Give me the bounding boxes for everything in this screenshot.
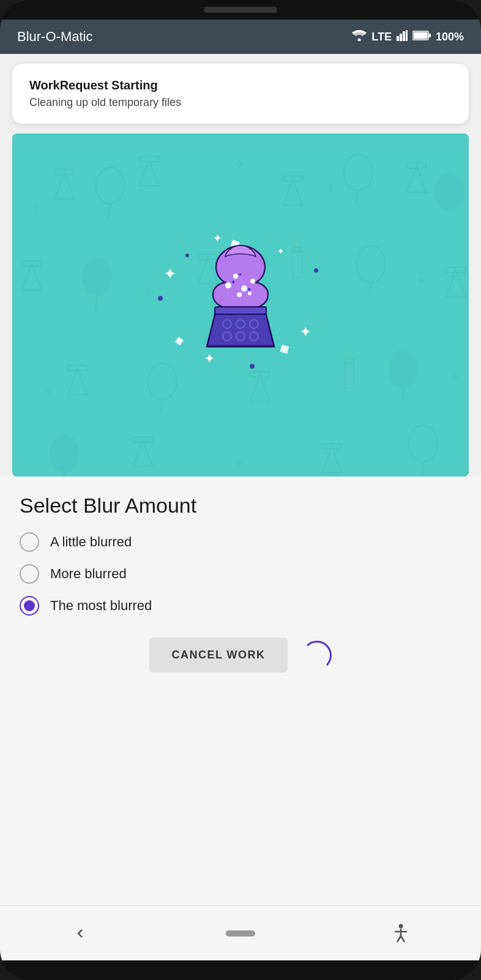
cupcake-image: ✦ ✦ ✦: [185, 239, 296, 371]
cupcake-background: ✦ ✦ ✦: [12, 134, 469, 477]
radio-label-1: A little blurred: [50, 534, 132, 550]
notch-pill: [204, 7, 277, 13]
svg-point-16: [435, 174, 464, 211]
svg-text:✦: ✦: [326, 182, 335, 195]
radio-option-little-blurred[interactable]: A little blurred: [20, 532, 461, 552]
signal-icon: [397, 30, 408, 44]
app-content: WorkRequest Starting Cleaning up old tem…: [0, 54, 481, 905]
accessibility-button[interactable]: [382, 915, 419, 952]
svg-point-45: [50, 435, 79, 472]
radio-inner-3: [24, 600, 35, 611]
svg-point-54: [237, 292, 242, 297]
phone-notch-area: [0, 0, 481, 20]
notification-title: WorkRequest Starting: [29, 78, 452, 92]
radio-label-2: More blurred: [50, 566, 127, 582]
svg-point-51: [233, 274, 238, 279]
svg-rect-4: [406, 30, 408, 41]
radio-label-3: The most blurred: [50, 598, 152, 614]
svg-line-37: [402, 386, 403, 401]
radio-circle-1: [20, 532, 39, 552]
bottom-actions: CANCEL WORK: [20, 628, 461, 685]
battery-icon: [412, 31, 431, 43]
svg-line-26: [370, 282, 371, 296]
svg-point-36: [389, 350, 418, 387]
svg-rect-38: [345, 362, 354, 388]
svg-point-25: [357, 246, 386, 282]
image-container: ✦ ✦ ✦: [12, 134, 469, 477]
svg-point-47: [409, 425, 438, 462]
svg-text:✦: ✦: [45, 384, 54, 397]
svg-line-46: [63, 472, 64, 477]
svg-text:✦: ✦: [449, 370, 460, 385]
svg-line-13: [109, 204, 110, 218]
svg-point-67: [399, 924, 403, 928]
svg-rect-59: [215, 307, 266, 314]
svg-rect-1: [397, 36, 399, 41]
notification-subtitle: Cleaning up old temporary files: [29, 96, 452, 109]
options-section: Select Blur Amount A little blurred More…: [0, 477, 481, 905]
svg-line-71: [401, 936, 405, 942]
svg-line-48: [422, 462, 423, 476]
svg-point-0: [358, 38, 361, 41]
svg-point-12: [95, 167, 124, 204]
svg-text:✦: ✦: [238, 272, 242, 277]
home-button[interactable]: [222, 915, 259, 952]
svg-text:✦: ✦: [417, 274, 425, 286]
lte-label: LTE: [371, 31, 392, 43]
svg-rect-6: [428, 34, 431, 37]
status-icons: LTE 100%: [352, 30, 464, 44]
status-bar: Blur-O-Matic LTE: [0, 20, 481, 54]
phone-frame: Blur-O-Matic LTE: [0, 0, 481, 980]
radio-circle-3: [20, 596, 39, 616]
svg-rect-7: [413, 32, 427, 39]
section-title: Select Blur Amount: [20, 494, 461, 518]
svg-text:✦: ✦: [32, 202, 42, 214]
svg-line-70: [397, 936, 401, 942]
app-title: Blur-O-Matic: [17, 29, 92, 45]
wifi-icon: [352, 30, 367, 44]
notification-card: WorkRequest Starting Cleaning up old tem…: [12, 64, 469, 124]
radio-option-most-blurred[interactable]: The most blurred: [20, 596, 461, 616]
phone-bottom: [0, 960, 481, 980]
back-button[interactable]: [62, 915, 99, 952]
svg-line-24: [95, 295, 97, 309]
loading-spinner: [302, 641, 332, 670]
svg-text:✦: ✦: [247, 286, 252, 293]
svg-text:✦: ✦: [234, 157, 245, 173]
svg-point-53: [250, 279, 255, 284]
svg-point-14: [343, 154, 372, 191]
battery-percent: 100%: [436, 31, 464, 43]
svg-line-35: [161, 400, 162, 414]
svg-text:✦: ✦: [231, 279, 236, 285]
svg-point-23: [83, 259, 111, 296]
radio-option-more-blurred[interactable]: More blurred: [20, 564, 461, 584]
svg-line-15: [357, 191, 358, 205]
cancel-work-button[interactable]: CANCEL WORK: [149, 638, 287, 673]
svg-text:✦: ✦: [234, 456, 244, 469]
radio-circle-2: [20, 564, 39, 584]
svg-rect-3: [403, 31, 405, 41]
svg-rect-2: [400, 34, 402, 41]
nav-bar: [0, 905, 481, 960]
